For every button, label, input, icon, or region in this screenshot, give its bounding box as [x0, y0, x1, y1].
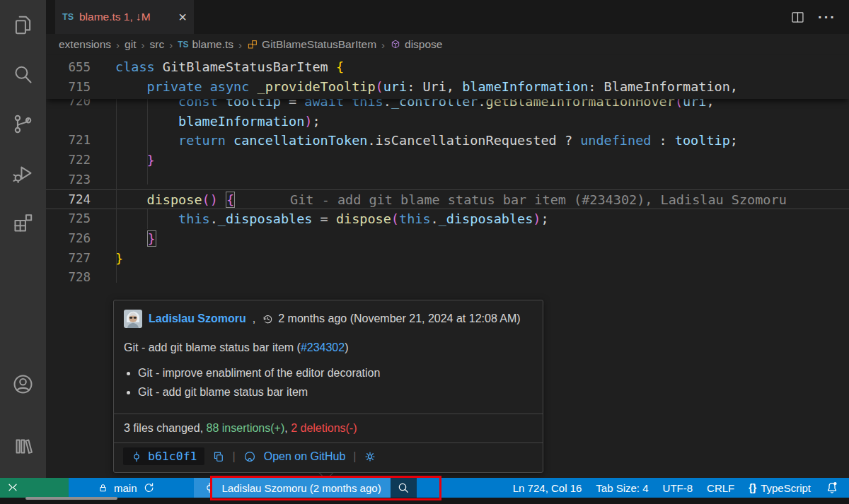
- git-blame-hover: Ladislau Szomoru, 2 months ago (November…: [113, 300, 543, 473]
- line-number[interactable]: 721: [46, 131, 115, 151]
- code-line[interactable]: 722 }: [46, 151, 849, 170]
- braces-icon: {}: [749, 482, 756, 493]
- source-control-icon: [11, 112, 35, 136]
- code-line[interactable]: 728: [46, 268, 849, 288]
- zoom-indicator[interactable]: [391, 478, 417, 498]
- tab-size-item[interactable]: Tab Size: 4: [589, 478, 655, 498]
- breadcrumb-item-git[interactable]: git: [125, 38, 136, 51]
- chevron-right-icon: ›: [169, 39, 173, 51]
- code-line[interactable]: blameInformation);: [46, 112, 849, 131]
- sidebar-item-extensions[interactable]: [0, 206, 46, 240]
- files-icon: [11, 13, 35, 37]
- git-blame-status-label: Ladislau Szomoru (2 months ago): [222, 482, 381, 494]
- encoding-item[interactable]: UTF-8: [656, 478, 700, 498]
- code-line[interactable]: 721 return cancellationToken.isCancellat…: [46, 131, 849, 151]
- chevron-right-icon: ›: [141, 39, 144, 51]
- code-line[interactable]: 723: [46, 170, 849, 190]
- typescript-file-icon: TS: [62, 12, 74, 22]
- remote-icon: [6, 481, 20, 495]
- lock-icon: [97, 482, 109, 494]
- git-commit-icon: [203, 481, 216, 494]
- branch-indicator[interactable]: main: [90, 478, 162, 498]
- copy-icon[interactable]: [212, 450, 225, 463]
- symbol-class-icon: [247, 39, 258, 50]
- commit-hash-button[interactable]: b61c0f1: [123, 447, 204, 465]
- insertions-label: 88 insertions(+): [207, 422, 285, 434]
- line-number[interactable]: 655: [46, 57, 115, 77]
- breadcrumb-class-label: GitBlameStatusBarItem: [262, 38, 376, 51]
- library-books-icon: [11, 435, 35, 458]
- code-line[interactable]: 725 this._disposables = dispose(this._di…: [46, 209, 849, 229]
- code-line[interactable]: 715 private async _provideTooltip(uri: U…: [46, 77, 849, 97]
- line-number[interactable]: 725: [46, 209, 115, 229]
- split-editor-icon[interactable]: [790, 10, 805, 25]
- github-icon: [243, 450, 256, 463]
- code-line[interactable]: 655class GitBlameStatusBarItem {: [46, 57, 849, 77]
- commit-subject: Git - add git blame status bar item (#23…: [124, 341, 533, 354]
- cursor-position-item[interactable]: Ln 724, Col 16: [506, 478, 589, 498]
- subject-text: Git - add git blame status bar item (: [124, 341, 301, 353]
- author-link[interactable]: Ladislau Szomoru: [149, 312, 246, 325]
- language-mode-item[interactable]: {} TypeScript: [741, 478, 818, 498]
- chevron-right-icon: ›: [238, 39, 242, 51]
- breadcrumb-item-file[interactable]: TS blame.ts: [178, 38, 233, 51]
- magnifier-icon: [396, 481, 410, 495]
- close-icon[interactable]: ×: [178, 10, 187, 24]
- sticky-scroll: 655class GitBlameStatusBarItem {715 priv…: [46, 55, 849, 99]
- window-bottom-edge: [0, 498, 849, 504]
- cursor-position-label: Ln 724, Col 16: [513, 482, 582, 494]
- gear-icon[interactable]: [364, 450, 376, 463]
- line-number[interactable]: 728: [46, 268, 115, 288]
- breadcrumb-item-class[interactable]: GitBlameStatusBarItem: [247, 38, 376, 51]
- extensions-icon: [11, 211, 35, 235]
- commit-stats: 3 files changed, 88 insertions(+), 2 del…: [114, 414, 543, 443]
- notifications-item[interactable]: [818, 478, 846, 498]
- breadcrumb-item-src[interactable]: src: [149, 38, 164, 51]
- tab-size-label: Tab Size: 4: [596, 482, 648, 494]
- subject-suffix: ): [345, 341, 348, 353]
- sidebar-item-source-control[interactable]: [0, 107, 46, 141]
- sidebar-item-account[interactable]: [0, 367, 46, 401]
- breadcrumb: extensions › git › src › TS blame.ts › G…: [46, 34, 849, 55]
- avatar: [124, 310, 142, 328]
- line-number[interactable]: 726: [46, 229, 115, 249]
- code-line[interactable]: 726 }: [46, 229, 849, 249]
- history-icon: [262, 313, 274, 325]
- sidebar-item-explorer[interactable]: [0, 8, 46, 42]
- tab-blame-ts[interactable]: TS blame.ts 1, ↓M ×: [55, 0, 194, 34]
- account-icon: [11, 373, 35, 396]
- editor-actions: ···: [790, 0, 849, 34]
- sidebar-item-run-debug[interactable]: [0, 156, 46, 190]
- breadcrumb-item-method[interactable]: dispose: [390, 38, 442, 51]
- search-icon: [11, 63, 35, 86]
- eol-label: CRLF: [707, 482, 734, 494]
- sidebar-item-search[interactable]: [0, 57, 46, 91]
- code-line[interactable]: 727}: [46, 249, 849, 269]
- activity-bar: [0, 0, 46, 478]
- status-bar-right: Ln 724, Col 16 Tab Size: 4 UTF-8 CRLF {}…: [506, 478, 849, 498]
- breadcrumb-file-label: blame.ts: [192, 38, 234, 51]
- breadcrumb-item-extensions[interactable]: extensions: [59, 38, 111, 51]
- line-number[interactable]: 724: [46, 190, 115, 209]
- line-number[interactable]: 722: [46, 151, 115, 170]
- git-blame-status-item[interactable]: Ladislau Szomoru (2 months ago): [194, 478, 391, 498]
- line-number[interactable]: 715: [46, 77, 115, 97]
- issue-link[interactable]: #234302: [301, 341, 345, 353]
- remote-indicator[interactable]: [0, 478, 69, 498]
- hover-footer: b61c0f1 | Open on GitHub |: [114, 447, 543, 472]
- eol-item[interactable]: CRLF: [700, 478, 741, 498]
- open-on-github-link[interactable]: Open on GitHub: [264, 450, 346, 463]
- commit-hash-label: b61c0f1: [148, 450, 197, 463]
- line-number[interactable]: [46, 112, 115, 131]
- more-actions-icon[interactable]: ···: [818, 9, 836, 25]
- commit-body-item: Git - improve enabliment of the editor d…: [138, 367, 543, 380]
- line-number[interactable]: 727: [46, 249, 115, 269]
- indent-guide: [147, 209, 148, 229]
- sidebar-item-library[interactable]: [0, 429, 46, 463]
- line-number[interactable]: 723: [46, 170, 115, 190]
- commit-body-list: Git - improve enabliment of the editor d…: [114, 367, 543, 405]
- footer-separator: |: [353, 450, 356, 463]
- code-line[interactable]: 724 dispose() {Git - add git blame statu…: [46, 189, 849, 209]
- scrollbar-artifact: [25, 497, 117, 500]
- symbol-method-icon: [390, 39, 401, 50]
